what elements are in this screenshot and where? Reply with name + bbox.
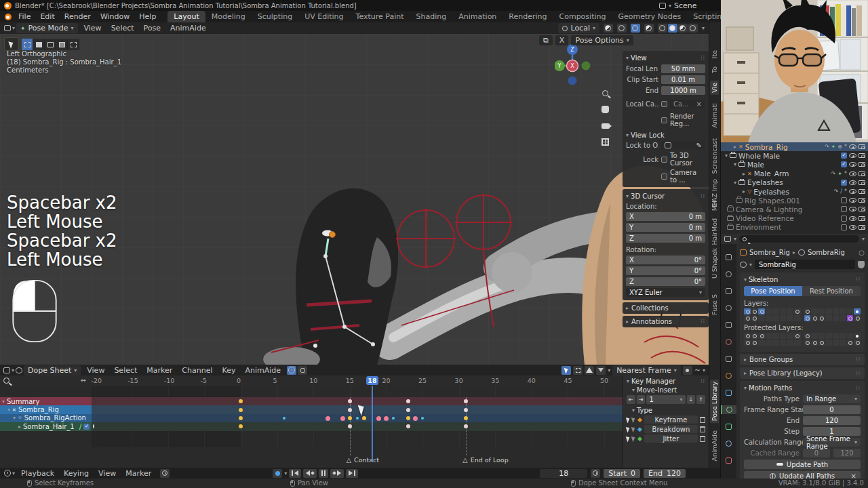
layer-cell[interactable] <box>847 308 854 314</box>
layer-cell[interactable] <box>818 340 825 346</box>
layer-cell[interactable] <box>825 340 832 346</box>
world-icon[interactable] <box>724 338 733 346</box>
layer-cell[interactable] <box>751 333 758 339</box>
layer-cell[interactable] <box>840 315 846 321</box>
bone-icon[interactable] <box>724 422 733 431</box>
keyframe-dot[interactable] <box>421 417 424 420</box>
filter-icon[interactable]: ▾ <box>862 236 865 242</box>
n-panel-tab-animati[interactable]: Animati <box>710 101 719 130</box>
jump-to-end-button[interactable] <box>346 469 358 478</box>
skeleton-header[interactable]: ▾Skeleton⁞⁞ <box>744 274 861 284</box>
preview-range-icon[interactable] <box>591 469 600 478</box>
navigation-gizmo[interactable]: Z Y X <box>555 41 598 94</box>
delete-icon[interactable] <box>700 436 705 442</box>
collection-checkbox[interactable]: ✓ <box>841 161 847 167</box>
jump-to-start-button[interactable] <box>289 469 301 478</box>
collection-checkbox[interactable]: ✓ <box>841 152 847 159</box>
breadcrumb-data[interactable]: SombraRig <box>808 249 845 256</box>
layer-cell[interactable] <box>772 308 779 314</box>
layer-cell[interactable] <box>780 340 787 346</box>
view-layer-icon[interactable] <box>724 304 733 312</box>
disable-render-icon[interactable] <box>859 171 865 176</box>
move-insert-header[interactable]: ▾Move-Insert <box>627 386 705 394</box>
hide-eye-icon[interactable] <box>849 207 856 211</box>
disable-render-icon[interactable] <box>859 225 865 230</box>
workspace-tab-rendering[interactable]: Rendering <box>502 11 553 22</box>
3d-cursor-header[interactable]: ▾3D Cursor⁞⁞ <box>626 191 705 201</box>
texture-icon[interactable] <box>724 456 733 465</box>
local-camera-checkbox[interactable] <box>661 101 667 107</box>
layer-cell[interactable] <box>794 333 801 339</box>
pose-library-header[interactable]: ▸Pose Library (Legacy)⁞⁞ <box>740 367 865 379</box>
cursor-loc-z-field[interactable]: Z0 m <box>626 234 705 243</box>
workspace-tab-modeling[interactable]: Modeling <box>205 11 252 22</box>
hide-eye-icon[interactable] <box>849 225 856 230</box>
disable-render-icon[interactable] <box>859 216 865 221</box>
layer-cell[interactable] <box>744 333 751 339</box>
scene-selector[interactable]: ▾ Scene <box>659 0 697 12</box>
layer-cell[interactable] <box>833 308 840 314</box>
normalize-icon[interactable] <box>298 366 307 375</box>
layer-cell[interactable] <box>751 315 758 321</box>
outliner-row-rig-shapes-001[interactable]: Rig Shapes.001 <box>721 196 868 205</box>
key-type-label[interactable]: Breakdown <box>644 425 698 433</box>
orthographic-grid-icon[interactable] <box>599 136 611 148</box>
clip-end-field[interactable]: 1000 m <box>661 86 705 95</box>
select-box-new-button[interactable] <box>22 39 33 50</box>
current-frame-pill[interactable]: 18 <box>366 376 378 385</box>
expand-icon[interactable]: ▸ <box>734 144 736 150</box>
keyframe-dot[interactable] <box>348 416 352 420</box>
n-panel-tab-fuse-s[interactable]: Fuse S <box>710 292 719 317</box>
rotation-mode-dropdown[interactable]: XYZ Euler▾ <box>626 288 705 297</box>
layer-cell[interactable] <box>854 340 861 346</box>
timeline-menu-keying[interactable]: Keying <box>59 468 94 479</box>
clip-start-field[interactable]: 0.01 m <box>661 75 705 84</box>
pause-button[interactable] <box>319 469 328 478</box>
cursor-rot-y-field[interactable]: Y0° <box>626 266 705 275</box>
select-box-intersect-button[interactable] <box>68 39 79 50</box>
disable-render-icon[interactable] <box>859 144 865 149</box>
dope-menu-animaide[interactable]: AnimAide <box>240 365 285 376</box>
layer-cell[interactable] <box>847 315 854 321</box>
layer-cell[interactable] <box>744 308 751 314</box>
layer-cell[interactable] <box>818 315 825 321</box>
collection-checkbox[interactable] <box>841 216 847 222</box>
n-panel-tab-vie[interactable]: Vie <box>710 81 719 95</box>
prev-keyframe-button[interactable] <box>303 469 317 478</box>
material-shading-icon[interactable] <box>678 24 688 33</box>
dope-menu-select[interactable]: Select <box>109 365 142 376</box>
layer-cell[interactable] <box>825 315 832 321</box>
layer-cell[interactable] <box>804 333 811 339</box>
mode-dropdown[interactable]: ✦ Pose Mode ▾ <box>16 23 78 33</box>
outliner-row-eyelashes[interactable]: ▾Eyelashes✓ <box>721 178 868 187</box>
disable-render-icon[interactable] <box>859 189 865 194</box>
expand-icon[interactable]: ▸ <box>18 424 21 430</box>
select-all-icon[interactable] <box>626 426 631 432</box>
layer-cell[interactable] <box>811 340 818 346</box>
dope-menu-marker[interactable]: Marker <box>142 365 177 376</box>
workspace-tab-sculpting[interactable]: Sculpting <box>252 11 298 22</box>
key-manager-header[interactable]: ▾Key Manager⁞⁞ <box>627 378 705 385</box>
proportional-falloff-icon[interactable] <box>683 366 692 375</box>
channel-enable-checkbox[interactable]: ✓ <box>83 424 90 430</box>
layer-cell[interactable] <box>772 315 779 321</box>
dope-menu-view[interactable]: View <box>82 365 109 376</box>
outliner-row-eyelashes[interactable]: ▸▽Eyelashes↷/* <box>721 187 868 196</box>
menu-edit[interactable]: Edit <box>35 11 59 22</box>
dope-tab-animaide[interactable]: AnimAide <box>710 428 719 463</box>
outliner-row-male-arm[interactable]: ▸✕Male_Arm↷✦* <box>721 169 868 178</box>
pose-position-button[interactable]: Pose Position <box>744 286 802 296</box>
keyframe-dot[interactable] <box>348 399 352 403</box>
hide-eye-icon[interactable] <box>849 144 856 149</box>
camera-to-view-checkbox[interactable] <box>661 174 667 180</box>
hide-eye-icon[interactable] <box>849 198 856 203</box>
dope-sheet-body[interactable]: ↔ -20-15-10-50510152025303540455018 ▾Sum… <box>0 375 623 468</box>
auto-keying-icon[interactable] <box>273 469 282 478</box>
physics-icon[interactable] <box>724 388 733 397</box>
scene-icon[interactable] <box>724 321 733 329</box>
layer-cell[interactable] <box>787 308 793 314</box>
paths-type-dropdown[interactable]: In Range▾ <box>803 394 861 403</box>
outliner-row-camera-lighting[interactable]: Camera & Lighting <box>721 205 868 214</box>
layer-cell[interactable] <box>825 333 832 339</box>
camera-view-icon[interactable] <box>599 120 611 131</box>
